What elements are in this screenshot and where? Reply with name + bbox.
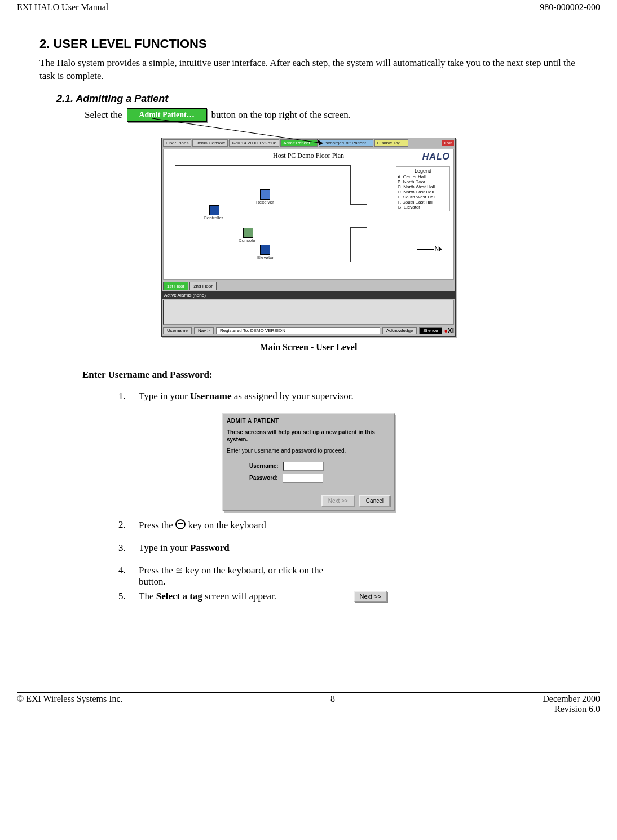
legend-item: E. South West Hall	[398, 194, 448, 200]
tab-key-icon	[175, 519, 186, 529]
select-pre: Select the	[85, 109, 122, 121]
ack-button[interactable]: Acknowledge	[382, 327, 417, 334]
password-input[interactable]	[283, 474, 323, 483]
receiver-icon	[260, 189, 270, 200]
legend-item: G. Elevator	[398, 205, 448, 210]
tab-1st-floor[interactable]: 1st Floor	[163, 282, 188, 290]
footer-rule	[17, 692, 600, 693]
app-topbar: Floor Plans Demo Console Nov 14 2000 15:…	[162, 138, 455, 148]
step-3: 3. Type in your Password	[118, 542, 578, 554]
legend-box: Legend A. Center Hall B. North Door C. N…	[396, 166, 450, 211]
h2-title: 2. USER LEVEL FUNCTIONS	[39, 37, 578, 51]
status-registered: Registered To: DEMO VERSION	[216, 327, 380, 334]
status-nav[interactable]: Nav >	[194, 327, 214, 334]
status-username: Username	[163, 327, 192, 334]
topbar-admit-button[interactable]: Admit Patient…	[280, 139, 318, 147]
topbar-exit-button[interactable]: Exit	[442, 140, 454, 146]
console-icon	[243, 228, 253, 238]
legend-item: A. Center Hall	[398, 174, 448, 179]
chip-date: Nov 14 2000 15:25:06	[229, 139, 279, 147]
admit-patient-button[interactable]: Admit Patient…	[127, 108, 207, 122]
legend-item: C. North West Hall	[398, 184, 448, 189]
alarms-list	[163, 300, 454, 325]
dlg-prompt: Enter your username and password to proc…	[227, 448, 390, 454]
dlg-next-button[interactable]: Next >>	[321, 495, 355, 507]
select-row: Select the Admit Patient… button on the …	[85, 108, 578, 122]
elevator-icon	[260, 245, 270, 255]
step-2: 2. Press the key on the keyboard	[118, 519, 578, 531]
admit-dialog-figure: ADMIT A PATIENT These screens will help …	[222, 413, 395, 511]
topbar-disable-button[interactable]: Disable Tag…	[374, 139, 408, 147]
console-label: Console	[239, 238, 255, 243]
hdr-rule	[17, 14, 600, 14]
footer-center: 8	[330, 694, 335, 704]
xi-logo: ♦XI	[444, 327, 454, 335]
plan-title: Host PC Demo Floor Plan	[164, 149, 453, 160]
floorplan-shape: Receiver Controller Console Elevator	[175, 165, 351, 262]
page-header: EXI HALO User Manual 980-000002-000	[17, 2, 600, 12]
topbar-discharge-button[interactable]: Discharge/Edit Patient…	[319, 139, 373, 147]
dlg-title: ADMIT A PATIENT	[227, 418, 390, 424]
select-post: button on the top right of the screen.	[211, 109, 351, 121]
step-4: 4. Press the ≅ key on the keyboard, or c…	[118, 565, 578, 587]
username-input[interactable]	[283, 462, 324, 471]
silence-button[interactable]: Silence	[419, 327, 442, 334]
footer-left: © EXI Wireless Systems Inc.	[17, 694, 123, 704]
elevator-label: Elevator	[257, 255, 274, 260]
footer-right1: December 2000	[543, 694, 600, 704]
next-button-inline[interactable]: Next >>	[354, 591, 387, 602]
subhead: Enter Username and Password:	[82, 369, 578, 381]
dlg-cancel-button[interactable]: Cancel	[359, 495, 390, 507]
alarms-header: Active Alarms (none)	[162, 291, 455, 299]
receiver-label: Receiver	[256, 200, 274, 205]
footer-row: © EXI Wireless Systems Inc. 8 December 2…	[17, 694, 600, 704]
h3-title: 2.1. Admitting a Patient	[56, 93, 578, 105]
hdr-right: 980-000002-000	[540, 2, 600, 12]
intro-para: The Halo system provides a simple, intui…	[39, 57, 578, 83]
tab-2nd-floor[interactable]: 2nd Floor	[189, 282, 217, 290]
legend-title: Legend	[398, 168, 448, 174]
password-label: Password:	[249, 475, 278, 481]
legend-item: B. North Door	[398, 179, 448, 184]
hdr-left: EXI HALO User Manual	[17, 2, 108, 12]
halo-logo: HALO	[422, 152, 450, 161]
footer-right2: Revision 6.0	[554, 704, 600, 714]
north-indicator: N	[417, 246, 442, 252]
figure-caption: Main Screen - User Level	[39, 342, 578, 352]
enter-key-icon: ≅	[175, 565, 183, 576]
username-label: Username:	[249, 463, 279, 469]
controller-label: Controller	[204, 215, 223, 220]
legend-item: D. North East Hall	[398, 189, 448, 194]
chip-console[interactable]: Demo Console	[192, 139, 228, 147]
step-5: 5. The Select a tag screen will appear. …	[118, 591, 578, 602]
legend-item: F. South East Hall	[398, 200, 448, 205]
main-screen-figure: Floor Plans Demo Console Nov 14 2000 15:…	[161, 138, 456, 337]
controller-icon	[209, 205, 219, 215]
chip-floorplans[interactable]: Floor Plans	[163, 139, 191, 147]
step-1: 1. Type in your Username as assigned by …	[118, 391, 578, 402]
dlg-sub: These screens will help you set up a new…	[227, 428, 390, 443]
